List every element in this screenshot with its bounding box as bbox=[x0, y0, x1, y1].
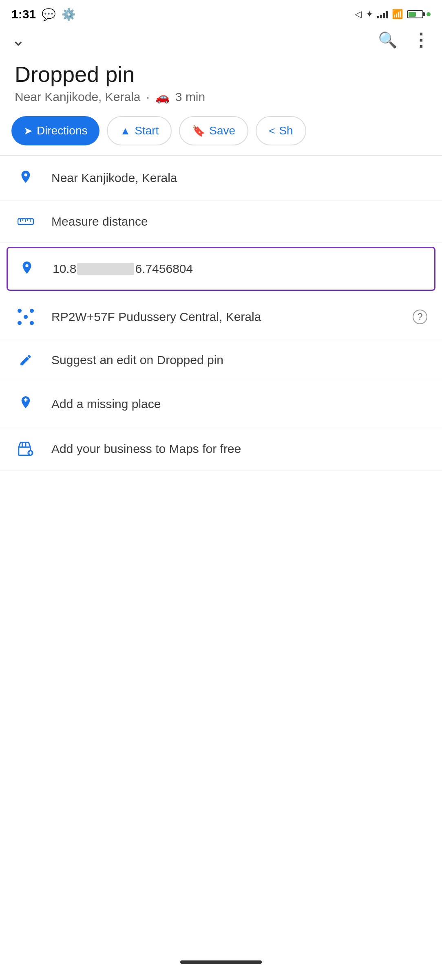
directions-icon: ➤ bbox=[24, 125, 33, 137]
add-location-icon bbox=[15, 395, 37, 413]
coord-suffix: 6.7456804 bbox=[135, 262, 193, 276]
wifi-icon: 📶 bbox=[392, 9, 403, 20]
top-navigation: ⌄ 🔍 ⋮ bbox=[0, 25, 442, 58]
car-icon: 🚗 bbox=[155, 90, 170, 104]
plus-code-text: RP2W+57F Pudussery Central, Kerala bbox=[51, 310, 398, 324]
signal-bars-icon bbox=[377, 10, 388, 18]
measure-text: Measure distance bbox=[51, 215, 427, 229]
suggest-edit-text: Suggest an edit on Dropped pin bbox=[51, 353, 427, 367]
more-options-button[interactable]: ⋮ bbox=[412, 29, 431, 50]
add-business-text: Add your business to Maps for free bbox=[51, 442, 427, 456]
list-item-plus-code[interactable]: RP2W+57F Pudussery Central, Kerala ? bbox=[0, 295, 442, 339]
bluetooth-icon: ✦ bbox=[366, 9, 373, 20]
save-button[interactable]: 🔖 Save bbox=[179, 116, 248, 145]
action-buttons-row: ➤ Directions ▲ Start 🔖 Save < Sh bbox=[0, 112, 442, 155]
coordinates-text: 10.86.7456804 bbox=[53, 262, 426, 276]
directions-button[interactable]: ➤ Directions bbox=[11, 116, 99, 145]
whatsapp-icon: 💬 bbox=[42, 8, 56, 21]
pencil-icon bbox=[15, 353, 37, 367]
time-display: 1:31 bbox=[11, 7, 36, 21]
save-label: Save bbox=[209, 124, 235, 137]
list-item-add-place[interactable]: Add a missing place bbox=[0, 381, 442, 427]
status-time: 1:31 💬 ⚙️ bbox=[11, 7, 76, 21]
coord-blurred bbox=[77, 263, 134, 275]
plus-code-icon bbox=[15, 309, 37, 325]
list-item-suggest-edit[interactable]: Suggest an edit on Dropped pin bbox=[0, 339, 442, 381]
battery-indicator bbox=[407, 10, 431, 18]
info-list: Near Kanjikode, Kerala Measure distance … bbox=[0, 156, 442, 471]
start-button[interactable]: ▲ Start bbox=[107, 116, 172, 145]
list-item-add-business[interactable]: Add your business to Maps for free bbox=[0, 427, 442, 471]
start-icon: ▲ bbox=[120, 125, 130, 137]
share-label: Sh bbox=[279, 124, 293, 137]
location-text: Near Kanjikode, Kerala bbox=[51, 171, 427, 185]
location-pin-icon bbox=[15, 169, 37, 187]
back-button[interactable]: ⌄ bbox=[11, 31, 25, 49]
place-title: Dropped pin bbox=[15, 62, 427, 87]
subtitle-location: Near Kanjikode, Kerala bbox=[15, 90, 141, 104]
title-section: Dropped pin Near Kanjikode, Kerala · 🚗 3… bbox=[0, 58, 442, 112]
list-item-coordinates[interactable]: 10.86.7456804 bbox=[7, 247, 435, 291]
share-button[interactable]: < Sh bbox=[256, 116, 306, 145]
location-arrow-icon: ◁ bbox=[355, 9, 362, 20]
list-item-location[interactable]: Near Kanjikode, Kerala bbox=[0, 156, 442, 201]
search-button[interactable]: 🔍 bbox=[378, 31, 397, 49]
status-bar: 1:31 💬 ⚙️ ◁ ✦ 📶 bbox=[0, 0, 442, 25]
status-icons: ◁ ✦ 📶 bbox=[355, 9, 431, 20]
save-icon: 🔖 bbox=[192, 125, 205, 137]
start-label: Start bbox=[135, 124, 159, 137]
add-place-text: Add a missing place bbox=[51, 397, 427, 411]
share-icon: < bbox=[269, 125, 275, 137]
list-item-measure[interactable]: Measure distance bbox=[0, 201, 442, 243]
home-bar bbox=[180, 960, 262, 964]
place-subtitle: Near Kanjikode, Kerala · 🚗 3 min bbox=[15, 90, 427, 104]
subtitle-time: 3 min bbox=[175, 90, 205, 104]
help-icon[interactable]: ? bbox=[413, 310, 427, 324]
coord-prefix: 10.8 bbox=[53, 262, 76, 276]
settings-icon: ⚙️ bbox=[62, 8, 76, 21]
ruler-icon bbox=[15, 215, 37, 228]
directions-label: Directions bbox=[37, 124, 87, 137]
subtitle-dot: · bbox=[146, 90, 150, 104]
coordinate-pin-icon bbox=[16, 260, 38, 277]
store-add-icon bbox=[15, 441, 37, 457]
